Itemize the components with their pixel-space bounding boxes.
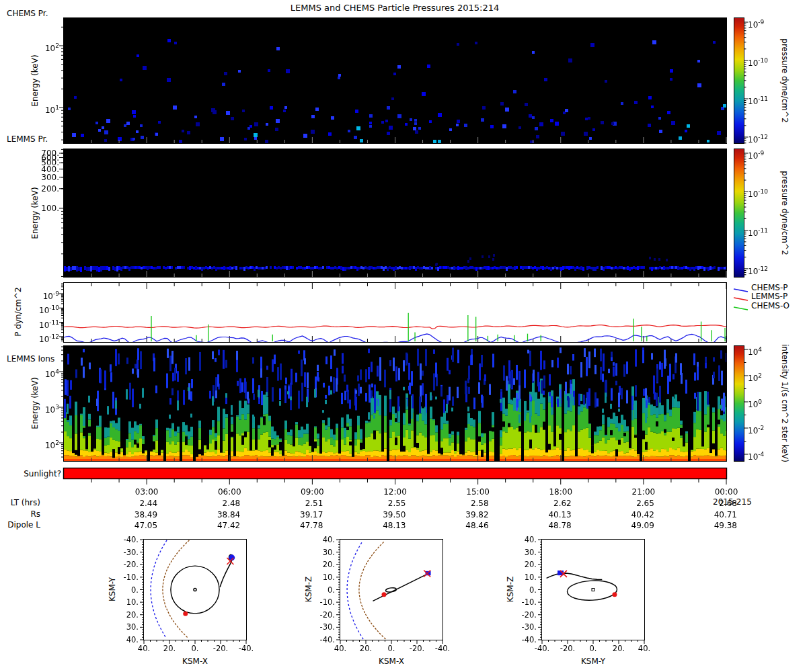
sunlight-bar <box>64 468 727 479</box>
panel-label-ions: LEMMS Ions <box>7 354 54 364</box>
colorbar-tick-label: 10-12 <box>748 263 768 277</box>
orbit-ytick-label: -30. <box>320 622 335 632</box>
orbit-ytick-label: 30. <box>126 622 139 632</box>
marker-dot <box>229 554 235 560</box>
marker-dot <box>612 592 617 597</box>
trajectory-line <box>547 573 603 580</box>
marker-square <box>558 571 564 575</box>
orbit-ytick-label: -20. <box>522 610 537 620</box>
ytick-label: 200. <box>41 183 59 194</box>
colorbar-tick-label: 10-4 <box>748 449 764 462</box>
ytick-label: 101 <box>45 102 59 116</box>
annotation-value: 39.82 <box>465 509 488 520</box>
orbit-ytick-label: 10. <box>126 597 139 607</box>
ytick-label: 102 <box>45 437 59 451</box>
ylabel-energy-ions: Energy (keV) <box>30 377 40 429</box>
orbit-ytick-label: 40. <box>525 534 537 545</box>
ytick-label: 103 <box>45 402 59 415</box>
orbit1-xlabel: KSM-X <box>182 657 208 666</box>
page-title: LEMMS and CHEMS Particle Pressures 2015:… <box>291 3 499 13</box>
annotation-value: 2.68 <box>719 498 737 509</box>
time-label: 15:00 <box>466 487 490 497</box>
annotation-value: 2.55 <box>388 498 406 509</box>
panel-label-lemms: LEMMS Pr. <box>7 134 48 144</box>
marker-x <box>227 558 233 564</box>
colorbar-tick-label: 100 <box>748 396 762 410</box>
legend-line-lemms-p <box>734 298 748 300</box>
orbit-xtick-label: 0. <box>192 643 199 654</box>
orbit-ytick-label: -10. <box>320 597 335 607</box>
panel-border <box>64 283 727 343</box>
colorbar-label-3: intensity 1/(s cm^2 ster keV) <box>780 344 790 462</box>
orbit-xtick-label: 40. <box>334 643 346 654</box>
magnetopause-curve <box>359 542 386 639</box>
orbit-ytick-label: -30. <box>124 547 139 558</box>
orbit-ytick-label: -40. <box>124 534 139 545</box>
ions-spectrogram-canvas <box>64 346 726 461</box>
orbit-plot-border <box>144 540 247 640</box>
annotation-value: 2.65 <box>636 498 654 509</box>
annotation-value: 47.42 <box>217 520 240 531</box>
annotation-value: 38.84 <box>217 509 240 520</box>
marker-x <box>424 570 430 577</box>
colorbar-border <box>734 18 744 144</box>
lemms-spectrogram-canvas <box>64 149 726 277</box>
orbit-ytick-label: 10. <box>525 572 537 583</box>
annotation-value: 40.42 <box>631 509 654 520</box>
ytick-label: 10-9 <box>43 288 59 302</box>
colorbar-tick-label: 102 <box>748 370 762 384</box>
marker-dot <box>183 612 188 616</box>
bow-shock-curve <box>347 542 363 639</box>
annotation-value: 2.51 <box>305 498 323 509</box>
orbit-ytick-label: -40. <box>522 634 537 645</box>
planet-ellipse <box>194 588 196 591</box>
annotation-value: 49.38 <box>714 520 737 531</box>
orbit-ytick-label: 30. <box>525 547 537 558</box>
orbit-ytick-label: 10. <box>323 572 335 583</box>
marker-square <box>426 571 431 575</box>
time-label: 09:00 <box>301 487 324 497</box>
colorbar-tick-label: 10-9 <box>748 17 764 30</box>
orbit1-ylabel: KSM-Y <box>108 577 117 601</box>
orbit-plot-border <box>542 540 645 640</box>
trajectory-line <box>373 573 429 601</box>
ytick-label: 102 <box>45 40 59 54</box>
orbit-ytick-label: -20. <box>320 610 335 620</box>
colorbar-tick-label: 10-9 <box>748 148 764 161</box>
trajectory-line <box>220 555 233 587</box>
annotation-value: 2.58 <box>471 498 489 509</box>
orbit-ytick-label: -10. <box>124 572 139 583</box>
orbit-xtick-label: 40. <box>638 643 650 654</box>
sunlight-label: Sunlight? <box>0 469 61 478</box>
orbit-xtick-label: 0. <box>388 643 395 654</box>
lemms-p-line <box>64 325 726 329</box>
orbit-xtick-label: -40. <box>435 643 450 654</box>
time-label: 12:00 <box>383 487 407 497</box>
ytick-label: 104 <box>45 366 59 380</box>
ytick-label: 10-12 <box>39 331 59 345</box>
orbit-ytick-label: 20. <box>323 559 335 570</box>
orbit-ytick-label: 0. <box>529 585 537 595</box>
chems-spectrogram-canvas <box>64 18 726 143</box>
colorbar-tick-label: 10-10 <box>748 55 768 69</box>
orbit-xtick-label: 0. <box>590 643 597 654</box>
colorbar-border <box>734 149 744 278</box>
orbit-ellipse <box>567 579 618 601</box>
annotation-value: 40.13 <box>548 509 571 520</box>
colorbar-label-2: pressure dyne/cm^2 <box>780 171 790 255</box>
orbit2-ylabel: KSM-Z <box>304 577 313 602</box>
panel-label-chems: CHEMS Pr. <box>7 9 48 18</box>
annotation-value: 49.09 <box>631 520 654 531</box>
orbit3-ylabel: KSM-Z <box>506 577 515 602</box>
orbit-ytick-label: -30. <box>522 622 537 632</box>
ytick-label: 100. <box>41 203 59 214</box>
legend-line-chems-p <box>734 289 748 292</box>
colorbar-tick-label: 10-11 <box>748 225 768 239</box>
colorbar-tick-label: 10-11 <box>748 93 768 107</box>
legend-line-chems-o <box>734 307 748 310</box>
colorbar-border <box>734 346 744 462</box>
orbit-xtick-label: 20. <box>613 643 625 654</box>
annotation-value: 47.78 <box>300 520 323 531</box>
orbit-ytick-label: -20. <box>124 559 139 570</box>
annotation-value: 48.13 <box>383 520 406 531</box>
